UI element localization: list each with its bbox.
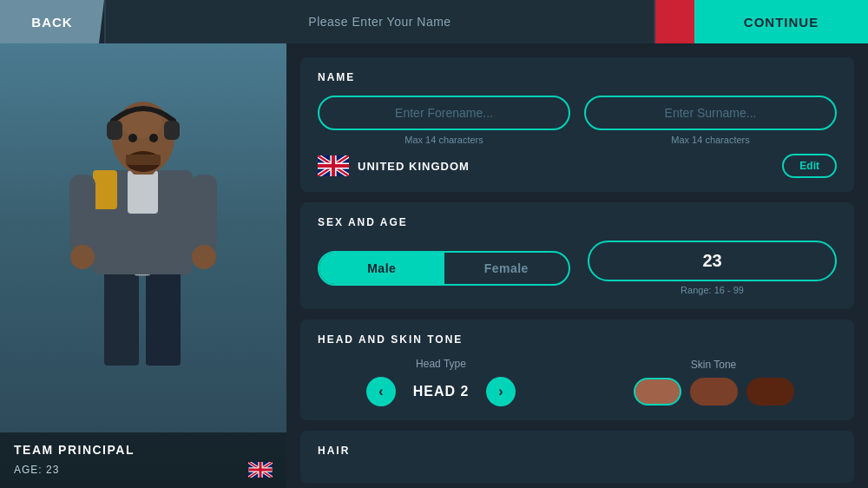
svg-rect-13 xyxy=(126,155,161,165)
head-skin-section: HEAD AND SKIN TONE Head Type ‹ HEAD 2 › … xyxy=(300,320,854,420)
svg-rect-0 xyxy=(104,270,139,366)
svg-rect-5 xyxy=(93,170,117,209)
name-section: NAME Max 14 characters Max 14 characters xyxy=(300,57,854,192)
surname-input[interactable] xyxy=(584,96,837,130)
uk-flag-icon xyxy=(318,155,349,176)
svg-rect-15 xyxy=(164,121,180,140)
red-divider xyxy=(655,0,694,43)
svg-rect-6 xyxy=(128,170,158,214)
character-svg xyxy=(56,79,230,374)
head-value: HEAD 2 xyxy=(406,384,476,399)
skin-tone-section: Skin Tone xyxy=(590,359,837,406)
edit-nationality-button[interactable]: Edit xyxy=(782,154,837,178)
head-skin-row: Head Type ‹ HEAD 2 › Skin Tone xyxy=(318,358,837,406)
age-flag-row: AGE: 23 xyxy=(14,462,273,478)
nationality-left: UNITED KINGDOM xyxy=(318,155,470,176)
sex-age-row: Male Female 23 Range: 16 - 99 xyxy=(318,241,837,295)
skin-swatch-1[interactable] xyxy=(634,378,681,406)
svg-point-11 xyxy=(149,134,158,142)
forename-input[interactable] xyxy=(318,96,570,130)
name-inputs-row: Max 14 characters Max 14 characters xyxy=(318,96,837,145)
center-text: Please Enter Your Name xyxy=(308,15,450,29)
hair-section: HAIR xyxy=(300,431,854,483)
right-panel: NAME Max 14 characters Max 14 characters xyxy=(286,43,868,488)
continue-button[interactable]: CONTINUE xyxy=(694,0,868,43)
svg-rect-1 xyxy=(146,270,181,366)
character-role: TEAM PRINCIPAL xyxy=(14,443,273,457)
head-type-section: Head Type ‹ HEAD 2 › xyxy=(318,358,564,406)
svg-rect-17 xyxy=(191,175,217,253)
skin-swatch-3[interactable] xyxy=(746,378,794,406)
character-display xyxy=(0,43,286,410)
name-section-title: NAME xyxy=(318,71,837,83)
main-content: TEAM PRINCIPAL AGE: 23 xyxy=(0,43,868,488)
head-nav: ‹ HEAD 2 › xyxy=(366,377,516,406)
svg-rect-16 xyxy=(69,175,95,253)
skin-swatch-2[interactable] xyxy=(690,378,738,406)
head-skin-title: HEAD AND SKIN TONE xyxy=(318,333,837,346)
uk-flag-small-icon xyxy=(248,462,273,478)
svg-rect-14 xyxy=(107,121,122,140)
skin-tones-row xyxy=(634,378,794,406)
sex-age-section: SEX AND AGE Male Female 23 Range: 16 - 9… xyxy=(300,202,854,309)
hair-title: HAIR xyxy=(318,445,837,457)
skin-tone-label: Skin Tone xyxy=(691,359,736,371)
head-type-label: Head Type xyxy=(416,358,466,370)
nationality-text: UNITED KINGDOM xyxy=(358,160,470,173)
left-panel: TEAM PRINCIPAL AGE: 23 xyxy=(0,43,286,488)
sex-age-title: SEX AND AGE xyxy=(318,216,837,228)
svg-point-10 xyxy=(128,134,137,142)
back-button[interactable]: BACK xyxy=(0,0,104,43)
female-button[interactable]: Female xyxy=(444,253,569,284)
nationality-row: UNITED KINGDOM Edit xyxy=(318,154,837,178)
svg-point-19 xyxy=(192,245,216,269)
age-value[interactable]: 23 xyxy=(588,241,837,281)
svg-point-18 xyxy=(70,245,95,269)
character-label-bar: TEAM PRINCIPAL AGE: 23 xyxy=(0,432,286,488)
age-range: Range: 16 - 99 xyxy=(681,285,744,295)
age-box: 23 Range: 16 - 99 xyxy=(588,241,837,295)
forename-max-chars: Max 14 characters xyxy=(404,135,483,145)
sex-toggle: Male Female xyxy=(318,251,570,286)
center-bar: Please Enter Your Name xyxy=(104,0,655,43)
surname-field-wrap: Max 14 characters xyxy=(584,96,837,145)
forename-field-wrap: Max 14 characters xyxy=(318,96,570,145)
character-age: AGE: 23 xyxy=(14,464,59,476)
male-button[interactable]: Male xyxy=(319,253,444,284)
surname-max-chars: Max 14 characters xyxy=(671,135,749,145)
head-prev-button[interactable]: ‹ xyxy=(366,377,396,406)
top-bar: BACK Please Enter Your Name CONTINUE xyxy=(0,0,868,43)
head-next-button[interactable]: › xyxy=(486,377,516,406)
